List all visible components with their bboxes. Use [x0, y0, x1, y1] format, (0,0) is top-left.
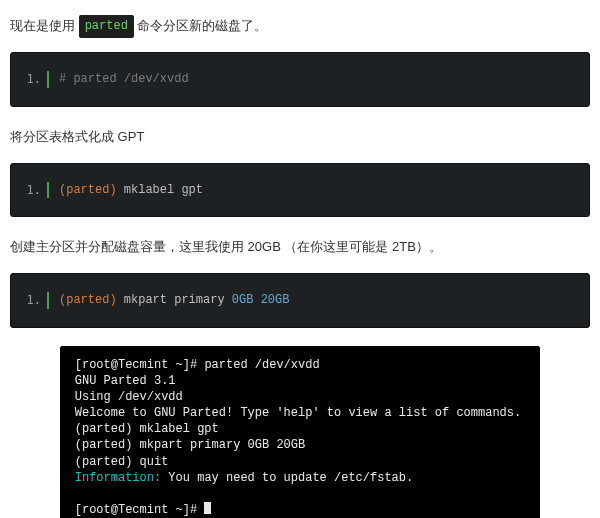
code-command: mklabel gpt [117, 183, 203, 197]
code-accent-bar [47, 182, 49, 199]
cursor-icon [204, 502, 211, 514]
term-prompt: [root@Tecmint ~]# [75, 358, 205, 372]
term-cmd: mklabel gpt [140, 422, 219, 436]
code-accent-bar [47, 71, 49, 88]
term-prompt: (parted) [75, 422, 140, 436]
term-line: GNU Parted 3.1 [75, 374, 176, 388]
code-prompt: (parted) [59, 293, 117, 307]
term-cmd: mkpart primary 0GB 20GB [140, 438, 306, 452]
term-line: Welcome to GNU Parted! Type 'help' to vi… [75, 406, 521, 420]
code-block-3: 1. (parted) mkpart primary 0GB 20GB [10, 273, 590, 328]
code-line: # parted /dev/xvdd [59, 71, 189, 88]
code-line: (parted) mkpart primary 0GB 20GB [59, 292, 289, 309]
terminal-wrapper: [root@Tecmint ~]# parted /dev/xvdd GNU P… [10, 346, 590, 518]
paragraph-intro: 现在是使用 parted 命令分区新的磁盘了。 [10, 14, 590, 38]
text: 命令分区新的磁盘了。 [134, 18, 268, 33]
term-info-text: You may need to update /etc/fstab. [161, 471, 413, 485]
term-cmd: parted /dev/xvdd [204, 358, 319, 372]
paragraph-mkpart: 创建主分区并分配磁盘容量，这里我使用 20GB （在你这里可能是 2TB）。 [10, 235, 590, 258]
term-prompt: (parted) [75, 455, 140, 469]
term-line: Using /dev/xvdd [75, 390, 183, 404]
term-cmd: quit [140, 455, 169, 469]
code-comment: # parted /dev/xvdd [59, 72, 189, 86]
term-info-label: Information: [75, 471, 161, 485]
code-line: (parted) mklabel gpt [59, 182, 203, 199]
line-number: 1. [11, 71, 47, 88]
term-prompt: (parted) [75, 438, 140, 452]
code-block-1: 1. # parted /dev/xvdd [10, 52, 590, 107]
text: 现在是使用 [10, 18, 79, 33]
code-accent-bar [47, 292, 49, 309]
code-command: mkpart primary [117, 293, 232, 307]
line-number: 1. [11, 182, 47, 199]
code-prompt: (parted) [59, 183, 117, 197]
inline-code-parted: parted [79, 15, 134, 39]
line-number: 1. [11, 292, 47, 309]
code-block-2: 1. (parted) mklabel gpt [10, 163, 590, 218]
paragraph-gpt: 将分区表格式化成 GPT [10, 125, 590, 148]
terminal-output: [root@Tecmint ~]# parted /dev/xvdd GNU P… [60, 346, 540, 518]
term-prompt: [root@Tecmint ~]# [75, 503, 205, 517]
code-args: 0GB 20GB [232, 293, 290, 307]
